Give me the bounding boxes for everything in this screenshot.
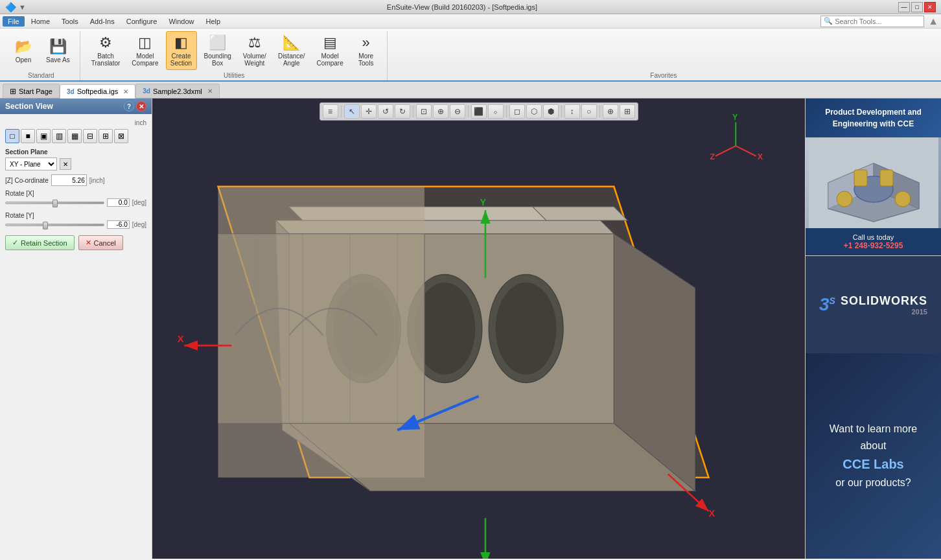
section-panel-body: inch □ ■ ▣ ▥ ▦ ⊟ ⊞ ⊠ Section Plane XY - … bbox=[0, 114, 152, 559]
icon-btn-1[interactable]: □ bbox=[5, 129, 19, 143]
model-compare2-icon: ▤ bbox=[323, 34, 337, 51]
icon-btn-3[interactable]: ▣ bbox=[36, 129, 51, 143]
ribbon-btn-save-as[interactable]: 💾 Save As bbox=[41, 31, 75, 70]
panel-close-button[interactable]: ✕ bbox=[136, 101, 146, 111]
rotate-y-slider-track[interactable] bbox=[5, 224, 104, 226]
tab-sample[interactable]: 3d Sample2.3dxml ✕ bbox=[135, 84, 220, 98]
svg-text:X: X bbox=[709, 508, 715, 519]
create-section-icon: ◧ bbox=[174, 34, 188, 51]
icon-btn-6[interactable]: ⊟ bbox=[83, 129, 97, 143]
maximize-button[interactable]: □ bbox=[911, 2, 923, 12]
solidworks-text: SOLIDWORKS 2015 bbox=[841, 294, 927, 316]
ribbon: 📂 Open 💾 Save As Standard ⚙ BatchTransla… bbox=[0, 29, 941, 82]
icon-btn-4[interactable]: ▥ bbox=[52, 129, 66, 143]
icon-btn-8[interactable]: ⊠ bbox=[114, 129, 128, 143]
ribbon-group-standard: 📂 Open 💾 Save As Standard bbox=[3, 31, 80, 80]
vp-btn-light[interactable]: ○ bbox=[581, 104, 597, 119]
menu-item-addins[interactable]: Add-Ins bbox=[85, 16, 120, 27]
rotate-x-input[interactable] bbox=[107, 198, 130, 207]
vp-btn-select[interactable]: ↖ bbox=[344, 104, 360, 119]
ad-cce-learn: Want to learn more about CCE Labs or our… bbox=[806, 353, 941, 559]
vp-btn-iso[interactable]: ⬡ bbox=[526, 104, 542, 119]
distance-angle-icon: 📐 bbox=[283, 34, 300, 51]
ad-learn-text3: or our products? bbox=[819, 474, 928, 491]
rotate-y-slider-thumb[interactable] bbox=[43, 222, 48, 229]
ad-cce-cta: Call us today bbox=[813, 233, 933, 241]
menu-item-help[interactable]: Help bbox=[201, 16, 226, 27]
vp-btn-shaded[interactable]: ⬦ bbox=[488, 104, 504, 119]
svg-text:Y: Y bbox=[732, 113, 738, 122]
minimize-button[interactable]: — bbox=[898, 2, 910, 12]
cancel-button[interactable]: ✕ Cancel bbox=[78, 235, 123, 250]
ribbon-btn-model-compare2[interactable]: ▤ ModelCompare bbox=[312, 31, 348, 70]
icon-btn-5[interactable]: ▦ bbox=[67, 129, 82, 143]
rotate-x-slider-track[interactable] bbox=[5, 202, 104, 204]
vp-btn-view[interactable]: ⬢ bbox=[543, 104, 559, 119]
tab-softpedia-close[interactable]: ✕ bbox=[123, 88, 128, 95]
cancel-label: Cancel bbox=[94, 239, 116, 247]
retain-section-button[interactable]: ✓ Retain Section bbox=[5, 235, 75, 250]
vp-btn-zoom-out[interactable]: ⊖ bbox=[450, 104, 465, 119]
vp-btn-pan[interactable]: ✛ bbox=[361, 104, 377, 119]
menu-item-tools[interactable]: Tools bbox=[56, 16, 84, 27]
model-compare-icon: ◫ bbox=[138, 34, 152, 51]
ad-learn-text2: CCE Labs bbox=[819, 454, 928, 474]
tabs-bar: ⊞ Start Page 3d Softpedia.igs ✕ 3d Sampl… bbox=[0, 82, 941, 99]
icon-btn-7[interactable]: ⊞ bbox=[99, 129, 113, 143]
tab-softpedia-icon: 3d bbox=[67, 88, 75, 95]
search-input[interactable] bbox=[835, 18, 921, 25]
viewport-toolbar: ≡ ↖ ✛ ↺ ↻ ⊡ ⊕ ⊖ ⬛ ⬦ ◻ ⬡ ⬢ ↕ ○ ⊕ ⊞ bbox=[319, 102, 638, 121]
vp-btn-box[interactable]: ⬛ bbox=[471, 104, 487, 119]
ribbon-btn-more-tools[interactable]: » MoreTools bbox=[351, 31, 382, 70]
viewport[interactable]: ≡ ↖ ✛ ↺ ↻ ⊡ ⊕ ⊖ ⬛ ⬦ ◻ ⬡ ⬢ ↕ ○ ⊕ ⊞ bbox=[152, 99, 805, 559]
menu-item-window[interactable]: Window bbox=[163, 16, 199, 27]
rotate-x-label: Rotate [X] bbox=[5, 190, 146, 197]
menu-item-configure[interactable]: Configure bbox=[121, 16, 163, 27]
ribbon-btn-bounding-box[interactable]: ⬜ BoundingBox bbox=[200, 31, 236, 70]
rotate-y-section: Rotate [Y] [deg] bbox=[5, 212, 146, 229]
menu-item-home[interactable]: Home bbox=[26, 16, 55, 27]
plane-select[interactable]: XY - Plane YZ - Plane XZ - Plane bbox=[5, 158, 57, 170]
panel-help-button[interactable]: ? bbox=[124, 101, 134, 111]
ribbon-btn-volume-weight[interactable]: ⚖ Volume/Weight bbox=[238, 31, 271, 70]
menu-item-file[interactable]: File bbox=[3, 16, 25, 27]
tab-start-label: Start Page bbox=[19, 88, 52, 95]
svg-text:X: X bbox=[178, 334, 184, 344]
search-box[interactable]: 🔍 bbox=[820, 16, 924, 27]
save-icon: 💾 bbox=[49, 38, 67, 55]
vp-btn-zoom-in[interactable]: ⊕ bbox=[433, 104, 448, 119]
window-title: EnSuite-View (Build 20160203) - [Softped… bbox=[387, 3, 537, 11]
rotate-x-slider-thumb[interactable] bbox=[52, 200, 58, 207]
vp-btn-redo[interactable]: ↻ bbox=[395, 104, 410, 119]
ribbon-btn-batch-translator[interactable]: ⚙ BatchTranslator bbox=[87, 31, 125, 70]
batch-translator-icon: ⚙ bbox=[99, 34, 112, 51]
tab-start-page[interactable]: ⊞ Start Page bbox=[3, 84, 60, 98]
ribbon-btn-create-section[interactable]: ◧ CreateSection bbox=[166, 31, 197, 70]
vp-btn-section[interactable]: ⊕ bbox=[603, 104, 618, 119]
unit-display: inch bbox=[5, 119, 146, 126]
tab-sample-close[interactable]: ✕ bbox=[207, 88, 213, 95]
svg-marker-8 bbox=[533, 207, 627, 220]
ribbon-group-favorites: Favorites bbox=[389, 31, 938, 80]
title-bar: 🔷 ▼ EnSuite-View (Build 20160203) - [Sof… bbox=[0, 0, 941, 14]
ribbon-btn-model-compare[interactable]: ◫ ModelCompare bbox=[127, 31, 163, 70]
vp-btn-measure[interactable]: ↕ bbox=[564, 104, 580, 119]
rotate-x-row: [deg] bbox=[5, 198, 146, 207]
ribbon-btn-distance-angle[interactable]: 📐 Distance/Angle bbox=[273, 31, 310, 70]
vp-btn-wire[interactable]: ◻ bbox=[509, 104, 525, 119]
vp-btn-rotate[interactable]: ↺ bbox=[378, 104, 393, 119]
vp-btn-menu[interactable]: ≡ bbox=[323, 104, 338, 119]
close-button[interactable]: ✕ bbox=[924, 2, 936, 12]
plane-clear-button[interactable]: ✕ bbox=[60, 158, 71, 170]
vp-btn-explode[interactable]: ⊞ bbox=[620, 104, 635, 119]
ad-learn-content: Want to learn more about CCE Labs or our… bbox=[819, 421, 928, 491]
svg-text:X: X bbox=[758, 152, 763, 161]
z-coord-input[interactable] bbox=[51, 174, 87, 186]
rotate-y-input[interactable] bbox=[107, 220, 130, 229]
vp-btn-fit[interactable]: ⊡ bbox=[416, 104, 432, 119]
side-panel: Product Development and Engineering with… bbox=[805, 99, 941, 559]
ribbon-btn-open[interactable]: 📂 Open bbox=[8, 31, 39, 70]
icon-btn-2[interactable]: ■ bbox=[21, 129, 35, 143]
tab-softpedia[interactable]: 3d Softpedia.igs ✕ bbox=[60, 84, 135, 99]
svg-point-14 bbox=[496, 283, 557, 375]
